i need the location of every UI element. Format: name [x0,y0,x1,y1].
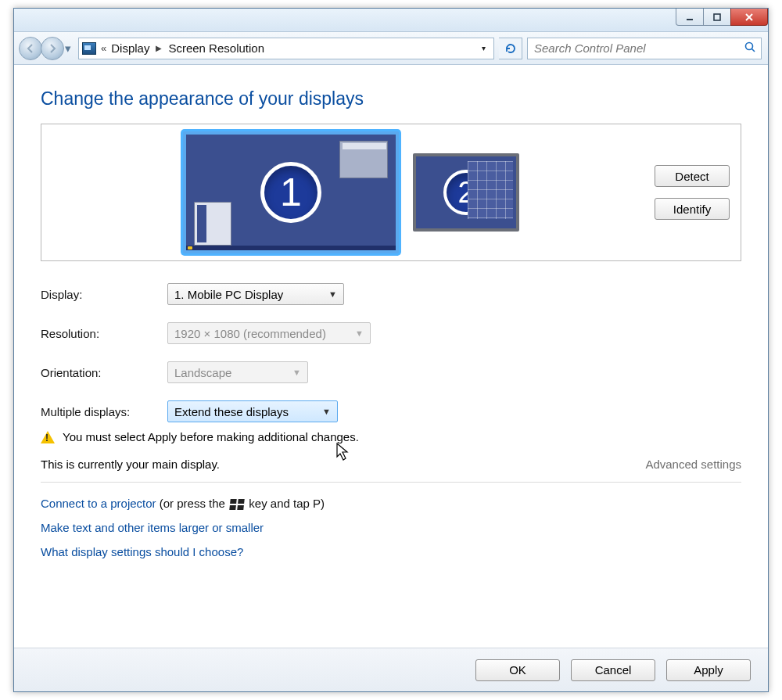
monitor-1[interactable]: 1 [183,131,399,253]
orientation-label: Orientation: [41,366,167,379]
chevron-down-icon: ▼ [355,328,364,338]
main-display-text: This is currently your main display. [41,458,220,471]
maximize-button[interactable] [703,9,731,26]
multiple-displays-label: Multiple displays: [41,405,167,418]
monitor-1-taskbar [186,246,396,250]
search-box[interactable] [527,38,762,59]
breadcrumb-current[interactable]: Screen Resolution [168,41,264,55]
cancel-button[interactable]: Cancel [571,659,655,681]
connect-projector-link[interactable]: Connect to a projector [41,497,156,510]
navbar: ▾ « Display ▶ Screen Resolution ▾ [14,32,768,65]
search-icon[interactable] [744,41,756,56]
projector-suffix-b: key and tap P) [246,497,325,510]
content-area: Change the appearance of your displays 1… [14,65,768,648]
monitor-2-grid [468,161,513,219]
advanced-settings-link[interactable]: Advanced settings [645,458,741,471]
divider [41,482,741,483]
identify-button[interactable]: Identify [655,198,730,220]
breadcrumb-overflow-icon[interactable]: « [101,42,106,54]
svg-point-4 [746,43,753,50]
back-button[interactable] [19,37,42,60]
resolution-label: Resolution: [41,327,167,340]
warning-text: You must select Apply before making addi… [63,430,359,443]
projector-suffix-a: (or press the [156,497,229,510]
address-dropdown-icon[interactable]: ▾ [482,44,490,52]
chevron-down-icon: ▼ [328,289,337,299]
close-button[interactable] [730,9,768,26]
control-panel-icon [82,42,96,55]
resolution-dropdown[interactable]: 1920 × 1080 (recommended) ▼ [167,322,371,344]
detect-button[interactable]: Detect [655,165,730,187]
display-label: Display: [41,288,167,301]
warning-icon [41,431,55,443]
display-arrangement-canvas[interactable]: 1 2 [48,131,655,254]
apply-button[interactable]: Apply [666,659,751,681]
page-title: Change the appearance of your displays [41,88,741,109]
window: ▾ « Display ▶ Screen Resolution ▾ Change… [13,8,769,692]
svg-rect-1 [714,14,720,20]
breadcrumb-parent[interactable]: Display [111,41,149,55]
footer: OK Cancel Apply [14,648,768,691]
breadcrumb-caret-icon[interactable]: ▶ [154,44,163,52]
monitor-1-window-thumb [339,141,388,178]
monitor-1-window-thumb-2 [194,202,231,246]
orientation-dropdown[interactable]: Landscape ▼ [167,361,308,383]
forward-button[interactable] [41,37,64,60]
svg-line-5 [752,49,755,52]
chevron-down-icon: ▼ [292,368,301,377]
search-input[interactable] [533,41,744,56]
display-arrangement-box: 1 2 Detect Identify [41,124,741,261]
help-link[interactable]: What display settings should I choose? [41,545,243,558]
text-size-link[interactable]: Make text and other items larger or smal… [41,521,264,534]
display-dropdown[interactable]: 1. Mobile PC Display ▼ [167,283,344,305]
chevron-down-icon: ▼ [322,407,331,416]
minimize-button[interactable] [676,9,704,26]
monitor-2[interactable]: 2 [413,153,519,232]
multiple-displays-dropdown[interactable]: Extend these displays ▼ [167,400,338,422]
address-bar[interactable]: « Display ▶ Screen Resolution ▾ [78,38,494,59]
windows-key-icon [229,499,244,510]
titlebar [14,9,768,32]
ok-button[interactable]: OK [475,659,560,681]
orientation-value: Landscape [174,366,231,379]
monitor-1-number: 1 [260,162,321,223]
multiple-displays-value: Extend these displays [174,405,289,418]
refresh-button[interactable] [499,38,522,59]
resolution-value: 1920 × 1080 (recommended) [174,327,326,340]
display-value: 1. Mobile PC Display [174,288,283,301]
nav-history-dropdown[interactable]: ▾ [63,37,74,60]
